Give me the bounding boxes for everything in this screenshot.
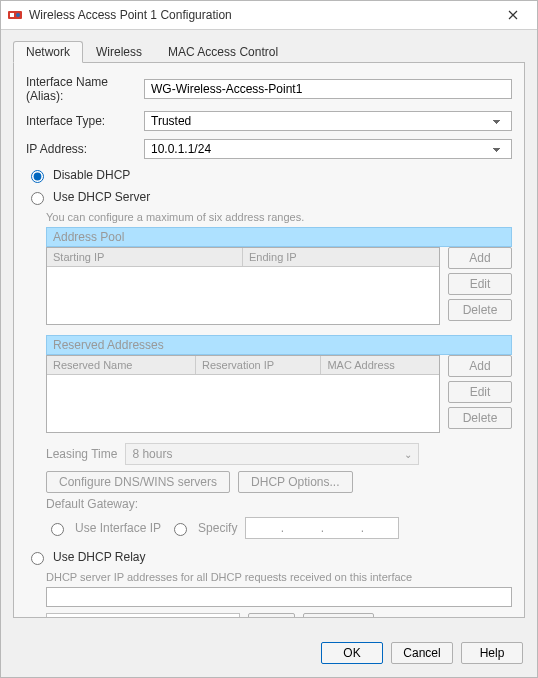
- help-button[interactable]: Help: [461, 642, 523, 664]
- content-area: Network Wireless MAC Access Control Inte…: [1, 30, 537, 631]
- tab-mac-access-control[interactable]: MAC Access Control: [155, 41, 291, 63]
- leasing-time-select[interactable]: 8 hours ⌄: [125, 443, 419, 465]
- col-reservation-ip: Reservation IP: [196, 356, 321, 374]
- dhcp-server-section: You can configure a maximum of six addre…: [46, 211, 512, 539]
- ok-button[interactable]: OK: [321, 642, 383, 664]
- col-reserved-name: Reserved Name: [47, 356, 196, 374]
- interface-type-label: Interface Type:: [26, 114, 144, 128]
- app-icon: [7, 7, 23, 23]
- pool-edit-button[interactable]: Edit: [448, 273, 512, 295]
- relay-remove-button[interactable]: Remove: [303, 613, 374, 618]
- window-title: Wireless Access Point 1 Configuration: [29, 8, 495, 22]
- reserved-addresses-body: [47, 375, 439, 432]
- leasing-time-label: Leasing Time: [46, 447, 117, 461]
- max-ranges-hint: You can configure a maximum of six addre…: [46, 211, 512, 223]
- address-pool-body: [47, 267, 439, 324]
- title-bar: Wireless Access Point 1 Configuration: [1, 1, 537, 30]
- svg-point-2: [16, 13, 20, 17]
- interface-name-label: Interface Name (Alias):: [26, 75, 144, 103]
- tab-wireless[interactable]: Wireless: [83, 41, 155, 63]
- disable-dhcp-label[interactable]: Disable DHCP: [53, 168, 130, 182]
- chevron-down-icon: ⌄: [404, 449, 412, 460]
- reserved-edit-button[interactable]: Edit: [448, 381, 512, 403]
- address-pool-table[interactable]: Starting IP Ending IP: [46, 247, 440, 325]
- ip-address-label: IP Address:: [26, 142, 144, 156]
- col-starting-ip: Starting IP: [47, 248, 243, 266]
- ip-address-select[interactable]: 10.0.1.1/24: [144, 139, 512, 159]
- disable-dhcp-radio[interactable]: [31, 170, 44, 183]
- use-dhcp-server-radio[interactable]: [31, 192, 44, 205]
- tab-strip: Network Wireless MAC Access Control: [13, 40, 525, 63]
- close-button[interactable]: [495, 4, 531, 26]
- relay-servers-list[interactable]: [46, 587, 512, 607]
- gateway-use-interface-radio[interactable]: [51, 523, 64, 536]
- close-icon: [508, 10, 518, 20]
- default-gateway-label: Default Gateway:: [46, 497, 512, 511]
- use-dhcp-relay-label[interactable]: Use DHCP Relay: [53, 550, 145, 564]
- use-dhcp-relay-radio[interactable]: [31, 552, 44, 565]
- address-pool-header: Address Pool: [46, 227, 512, 247]
- col-ending-ip: Ending IP: [243, 248, 439, 266]
- pool-delete-button[interactable]: Delete: [448, 299, 512, 321]
- use-dhcp-server-label[interactable]: Use DHCP Server: [53, 190, 150, 204]
- leasing-time-value: 8 hours: [132, 447, 172, 461]
- interface-type-select[interactable]: Trusted: [144, 111, 512, 131]
- relay-add-button[interactable]: Add: [248, 613, 295, 618]
- reserved-addresses-table[interactable]: Reserved Name Reservation IP MAC Address: [46, 355, 440, 433]
- relay-ip-input[interactable]: . . .: [46, 613, 240, 618]
- gateway-specify-label[interactable]: Specify: [198, 521, 237, 535]
- tab-page-network: Interface Name (Alias): Interface Type: …: [13, 63, 525, 618]
- reserved-delete-button[interactable]: Delete: [448, 407, 512, 429]
- dhcp-relay-section: DHCP server IP addresses for all DHCP re…: [46, 571, 512, 618]
- configure-dns-wins-button[interactable]: Configure DNS/WINS servers: [46, 471, 230, 493]
- relay-hint: DHCP server IP addresses for all DHCP re…: [46, 571, 512, 583]
- interface-name-input[interactable]: [144, 79, 512, 99]
- svg-rect-1: [10, 13, 14, 17]
- cancel-button[interactable]: Cancel: [391, 642, 453, 664]
- footer: OK Cancel Help: [1, 631, 537, 677]
- gateway-specify-radio[interactable]: [174, 523, 187, 536]
- pool-add-button[interactable]: Add: [448, 247, 512, 269]
- dhcp-options-button[interactable]: DHCP Options...: [238, 471, 352, 493]
- dialog-window: Wireless Access Point 1 Configuration Ne…: [0, 0, 538, 678]
- col-mac-address: MAC Address: [321, 356, 439, 374]
- reserved-add-button[interactable]: Add: [448, 355, 512, 377]
- gateway-ip-input[interactable]: . . .: [245, 517, 399, 539]
- gateway-use-interface-label[interactable]: Use Interface IP: [75, 521, 161, 535]
- tab-network[interactable]: Network: [13, 41, 83, 63]
- reserved-addresses-header: Reserved Addresses: [46, 335, 512, 355]
